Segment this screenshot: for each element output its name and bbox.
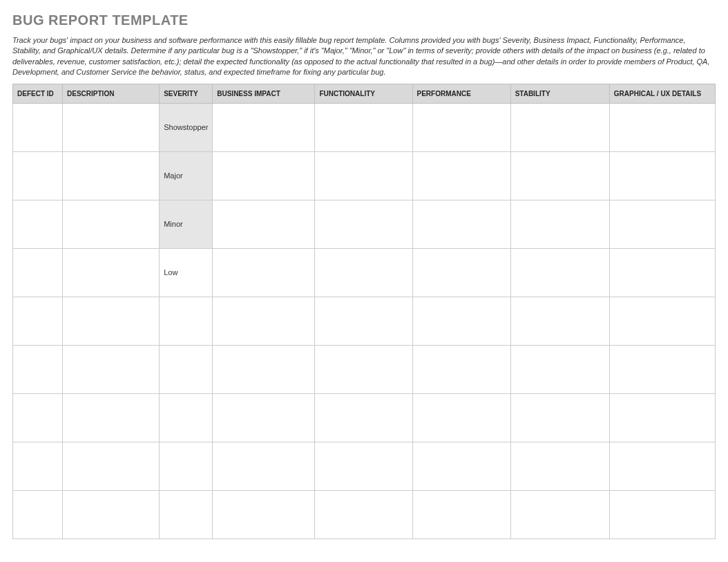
- table-row: [13, 490, 716, 538]
- cell-business-impact[interactable]: [213, 490, 315, 538]
- cell-defect-id[interactable]: [13, 345, 63, 393]
- cell-graphical-ux[interactable]: [609, 490, 715, 538]
- cell-functionality[interactable]: [315, 200, 412, 248]
- cell-graphical-ux[interactable]: [609, 200, 715, 248]
- cell-business-impact[interactable]: [213, 393, 315, 442]
- col-header-description: DESCRIPTION: [63, 84, 160, 103]
- cell-performance[interactable]: [412, 297, 510, 345]
- cell-defect-id[interactable]: [13, 490, 63, 538]
- cell-functionality[interactable]: [315, 442, 412, 490]
- cell-severity[interactable]: [160, 345, 213, 393]
- table-row: [13, 297, 716, 345]
- cell-performance[interactable]: [412, 151, 510, 200]
- cell-performance[interactable]: [412, 103, 510, 151]
- cell-graphical-ux[interactable]: [609, 345, 715, 393]
- cell-defect-id[interactable]: [13, 393, 63, 442]
- cell-description[interactable]: [63, 103, 160, 151]
- cell-performance[interactable]: [412, 345, 510, 393]
- col-header-business-impact: BUSINESS IMPACT: [213, 84, 315, 103]
- cell-defect-id[interactable]: [13, 200, 63, 248]
- cell-business-impact[interactable]: [213, 151, 315, 200]
- cell-functionality[interactable]: [315, 490, 412, 538]
- cell-functionality[interactable]: [315, 297, 412, 345]
- cell-defect-id[interactable]: [13, 248, 63, 297]
- cell-functionality[interactable]: [315, 103, 412, 151]
- cell-severity[interactable]: [160, 297, 213, 345]
- template-description: Track your bugs' impact on your business…: [12, 35, 716, 78]
- cell-business-impact[interactable]: [213, 103, 315, 151]
- cell-stability[interactable]: [510, 248, 609, 297]
- cell-performance[interactable]: [412, 200, 510, 248]
- cell-business-impact[interactable]: [213, 248, 315, 297]
- cell-severity[interactable]: Showstopper: [160, 103, 213, 151]
- cell-severity[interactable]: [160, 490, 213, 538]
- table-row: Major: [13, 151, 716, 200]
- cell-business-impact[interactable]: [213, 345, 315, 393]
- table-row: Low: [13, 248, 716, 297]
- cell-performance[interactable]: [412, 248, 510, 297]
- cell-business-impact[interactable]: [213, 442, 315, 490]
- col-header-severity: SEVERITY: [160, 84, 213, 103]
- cell-severity[interactable]: Low: [160, 248, 213, 297]
- cell-severity[interactable]: Minor: [160, 200, 213, 248]
- cell-description[interactable]: [63, 393, 160, 442]
- col-header-performance: PERFORMANCE: [412, 84, 510, 103]
- cell-description[interactable]: [63, 248, 160, 297]
- cell-stability[interactable]: [510, 393, 609, 442]
- cell-severity[interactable]: [160, 442, 213, 490]
- cell-description[interactable]: [63, 297, 160, 345]
- cell-stability[interactable]: [510, 297, 609, 345]
- page-title: BUG REPORT TEMPLATE: [12, 12, 716, 28]
- cell-graphical-ux[interactable]: [609, 297, 715, 345]
- cell-description[interactable]: [63, 200, 160, 248]
- bug-report-table: DEFECT ID DESCRIPTION SEVERITY BUSINESS …: [12, 84, 716, 539]
- col-header-graphical-ux: GRAPHICAL / UX DETAILS: [609, 84, 715, 103]
- col-header-stability: STABILITY: [510, 84, 609, 103]
- cell-graphical-ux[interactable]: [609, 151, 715, 200]
- cell-business-impact[interactable]: [213, 297, 315, 345]
- cell-defect-id[interactable]: [13, 297, 63, 345]
- cell-graphical-ux[interactable]: [609, 248, 715, 297]
- cell-functionality[interactable]: [315, 393, 412, 442]
- cell-stability[interactable]: [510, 200, 609, 248]
- cell-business-impact[interactable]: [213, 200, 315, 248]
- cell-performance[interactable]: [412, 442, 510, 490]
- cell-description[interactable]: [63, 442, 160, 490]
- cell-stability[interactable]: [510, 151, 609, 200]
- cell-stability[interactable]: [510, 103, 609, 151]
- cell-description[interactable]: [63, 490, 160, 538]
- cell-functionality[interactable]: [315, 151, 412, 200]
- cell-stability[interactable]: [510, 490, 609, 538]
- cell-defect-id[interactable]: [13, 442, 63, 490]
- cell-defect-id[interactable]: [13, 151, 63, 200]
- cell-stability[interactable]: [510, 345, 609, 393]
- table-row: [13, 345, 716, 393]
- cell-functionality[interactable]: [315, 248, 412, 297]
- table-row: Showstopper: [13, 103, 716, 151]
- cell-graphical-ux[interactable]: [609, 442, 715, 490]
- table-row: [13, 442, 716, 490]
- table-row: [13, 393, 716, 442]
- cell-graphical-ux[interactable]: [609, 103, 715, 151]
- cell-graphical-ux[interactable]: [609, 393, 715, 442]
- cell-severity[interactable]: [160, 393, 213, 442]
- cell-performance[interactable]: [412, 393, 510, 442]
- cell-stability[interactable]: [510, 442, 609, 490]
- table-header-row: DEFECT ID DESCRIPTION SEVERITY BUSINESS …: [13, 84, 716, 103]
- cell-performance[interactable]: [412, 490, 510, 538]
- cell-description[interactable]: [63, 151, 160, 200]
- table-row: Minor: [13, 200, 716, 248]
- col-header-defect-id: DEFECT ID: [13, 84, 63, 103]
- cell-severity[interactable]: Major: [160, 151, 213, 200]
- cell-functionality[interactable]: [315, 345, 412, 393]
- col-header-functionality: FUNCTIONALITY: [315, 84, 412, 103]
- cell-defect-id[interactable]: [13, 103, 63, 151]
- cell-description[interactable]: [63, 345, 160, 393]
